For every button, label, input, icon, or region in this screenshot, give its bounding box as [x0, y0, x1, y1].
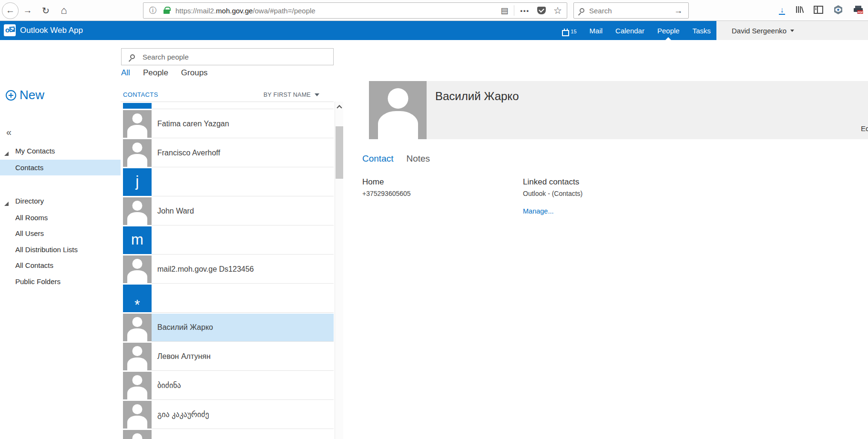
sidebar-item-all-rooms[interactable]: All Rooms [0, 213, 121, 223]
back-arrow-icon: ← [6, 5, 15, 16]
sort-by-dropdown[interactable]: BY FIRST NAME [264, 92, 319, 98]
search-people-placeholder: Search people [143, 53, 189, 61]
contact-row[interactable]: John Ward [121, 197, 334, 226]
person-silhouette-icon [123, 372, 152, 399]
letter-tile: m [123, 226, 152, 254]
contact-photo-placeholder-icon [369, 81, 427, 139]
collapse-pane-button[interactable]: « [6, 127, 11, 138]
reload-button[interactable]: ↻ [37, 1, 55, 20]
contact-row[interactable]: გია კაკაურიძე [121, 401, 334, 430]
browser-search-box[interactable]: Search → [573, 2, 689, 19]
nav-mail[interactable]: Mail [590, 21, 603, 40]
contact-header-band: Василий Жарко Edit [427, 81, 868, 139]
search-people-box[interactable]: Search people [121, 48, 334, 65]
person-silhouette-icon [123, 110, 152, 138]
edit-link[interactable]: Edit [861, 124, 868, 133]
print-pdf-icon[interactable]: PDF [853, 5, 863, 16]
list-scrollbar[interactable] [335, 102, 343, 439]
person-silhouette-icon [123, 255, 152, 283]
home-phone-value: +375293605605 [362, 190, 411, 197]
filter-tab-people[interactable]: People [143, 68, 168, 78]
contact-name: გია კაკაურიძე [157, 401, 209, 429]
home-icon: ⌂ [61, 4, 67, 17]
sidebar-section-directory[interactable]: Directory [0, 196, 121, 206]
contact-name: Левон Алтунян [157, 343, 211, 370]
letter-group-row[interactable]: * [121, 285, 334, 314]
contact-name: Fatima caren Yazgan [157, 110, 229, 138]
back-button[interactable]: ← [2, 2, 19, 19]
contact-name: mail2.moh.gov.ge Ds123456 [157, 255, 254, 283]
sidebar-item-contacts[interactable]: Contacts [0, 160, 121, 175]
filter-tab-all[interactable]: All [121, 68, 130, 78]
go-arrow-icon[interactable]: → [674, 6, 683, 16]
screen: ← → ↻ ⌂ ⓘ https://mail2.moh.gov.ge/owa/#… [0, 0, 868, 439]
urlbar-divider [514, 5, 514, 16]
filter-tab-groups[interactable]: Groups [181, 68, 208, 78]
browser-search-placeholder: Search [589, 7, 612, 15]
person-silhouette-icon [123, 430, 152, 439]
home-section-label: Home [362, 177, 411, 187]
contact-row[interactable]: ბიძინა [121, 372, 334, 401]
scroll-up-icon[interactable] [337, 105, 342, 110]
forward-button[interactable]: → [19, 1, 37, 20]
expand-triangle-icon[interactable] [4, 152, 9, 156]
app-title: Outlook Web App [20, 26, 83, 35]
sidebar-item-all-users[interactable]: All Users [0, 228, 121, 239]
user-menu[interactable]: David Sergeenko [716, 21, 868, 40]
sidebar-item-public-folders[interactable]: Public Folders [0, 276, 121, 287]
extension-eye-icon[interactable] [833, 5, 843, 17]
reader-mode-icon[interactable]: ▤ [500, 6, 508, 16]
contacts-list: Fatima caren Yazgan Francisco Averhoff j… [121, 102, 334, 439]
letter-tile: * [123, 285, 152, 312]
sidebar-section-my-contacts[interactable]: My Contacts [0, 146, 121, 156]
calendar-count: 15 [571, 29, 576, 34]
contact-detail-pane: Василий Жарко Edit Contact Notes Home +3… [344, 40, 868, 439]
contact-row[interactable]: Francisco Averhoff [121, 139, 334, 168]
letter-group-row[interactable]: j [121, 168, 334, 197]
pocket-icon[interactable] [537, 7, 546, 14]
person-silhouette-icon [123, 343, 152, 370]
https-lock-icon[interactable] [163, 10, 170, 14]
sidebars-button[interactable] [814, 6, 823, 16]
contact-row[interactable]: Fatima caren Yazgan [121, 110, 334, 139]
search-icon [580, 8, 584, 13]
contact-title: Василий Жарко [435, 90, 519, 103]
calendar-icon [562, 30, 569, 36]
expand-triangle-icon[interactable] [4, 202, 9, 206]
calendar-reminder-badge[interactable]: 15 [562, 21, 576, 40]
letter-group-row[interactable]: m [121, 226, 334, 255]
contact-name: John Ward [157, 197, 194, 225]
tab-contact[interactable]: Contact [362, 153, 393, 164]
forward-arrow-icon: → [23, 5, 32, 16]
contact-row[interactable]: Василий Жарко [121, 314, 334, 343]
page-actions-icon[interactable]: ••• [520, 7, 530, 14]
linked-contacts-label: Linked contacts [523, 177, 582, 187]
nav-tasks[interactable]: Tasks [693, 21, 711, 40]
scrollbar-thumb[interactable] [336, 126, 343, 179]
sidebar-item-all-contacts[interactable]: All Contacts [0, 260, 121, 271]
sidebar-item-all-distribution-lists[interactable]: All Distribution Lists [0, 245, 121, 255]
letter-tile: j [123, 168, 152, 196]
site-info-icon[interactable]: ⓘ [149, 6, 157, 16]
tab-notes[interactable]: Notes [406, 153, 430, 164]
new-button[interactable]: New [6, 88, 44, 102]
nav-people[interactable]: People [657, 21, 680, 40]
owa-brand: o Outlook Web App [4, 24, 83, 36]
folders-sidebar: New « My Contacts Contacts Directory All… [0, 40, 121, 439]
bookmark-star-icon[interactable]: ☆ [553, 5, 562, 16]
reload-icon: ↻ [42, 5, 50, 16]
contact-row[interactable]: Левон Алтунян [121, 343, 334, 372]
downloads-button[interactable]: ↓ [779, 7, 785, 15]
user-name: David Sergeenko [732, 27, 786, 35]
manage-link[interactable]: Manage... [523, 207, 582, 215]
url-bar[interactable]: ⓘ https://mail2.moh.gov.ge/owa/#path=/pe… [143, 2, 567, 19]
contact-row-partial[interactable] [121, 430, 334, 439]
letter-group-row-partial[interactable] [121, 102, 334, 110]
person-silhouette-icon [123, 197, 152, 225]
contact-row[interactable]: mail2.moh.gov.ge Ds123456 [121, 255, 334, 285]
library-button[interactable] [795, 5, 804, 16]
plus-circle-icon [6, 90, 16, 101]
home-button[interactable]: ⌂ [55, 1, 73, 20]
people-list-pane: Search people All People Groups CONTACTS… [121, 40, 344, 439]
nav-calendar[interactable]: Calendar [615, 21, 644, 40]
